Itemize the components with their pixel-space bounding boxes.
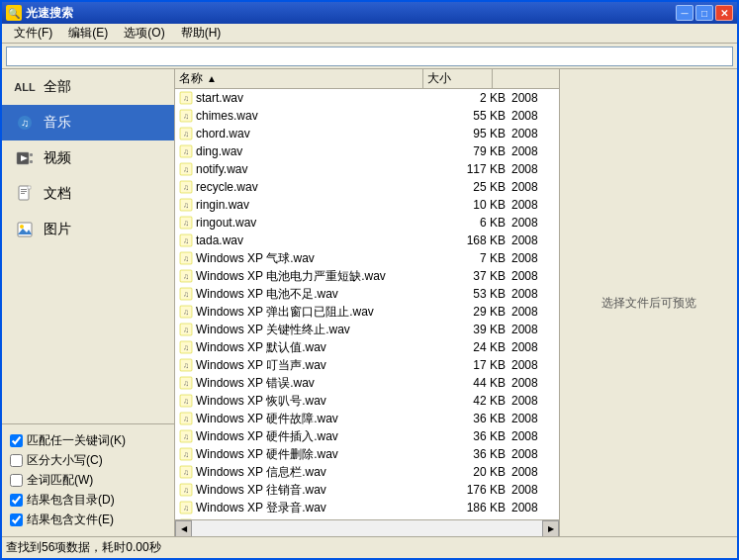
svg-text:♫: ♫ — [183, 130, 189, 139]
svg-text:♫: ♫ — [21, 117, 29, 129]
file-date-cell: 2008 — [509, 447, 559, 461]
checkbox-include-dirs-input[interactable] — [10, 494, 23, 507]
file-date-cell: 2008 — [509, 287, 559, 301]
file-icon: ♫ — [179, 376, 193, 390]
file-name: Windows XP 关键性终止.wav — [196, 322, 350, 338]
sidebar-item-all[interactable]: ALL 全部 — [2, 69, 174, 105]
menu-options[interactable]: 选项(O) — [116, 23, 172, 44]
table-row[interactable]: ♫ Windows XP 硬件故障.wav36 KB2008 — [175, 410, 559, 427]
table-row[interactable]: ♫ Windows XP 弹出窗口已阻止.wav29 KB2008 — [175, 303, 559, 321]
file-name-cell: ♫ Windows XP 硬件故障.wav — [175, 411, 440, 427]
svg-text:♫: ♫ — [183, 290, 189, 299]
file-name: Windows XP 往销音.wav — [196, 482, 326, 499]
table-row[interactable]: ♫ tada.wav168 KB2008 — [175, 232, 559, 249]
minimize-button[interactable]: ─ — [676, 5, 693, 21]
file-name-cell: ♫ Windows XP 叮当声.wav — [175, 357, 440, 374]
sidebar-label-all: 全部 — [44, 78, 71, 96]
table-row[interactable]: ♫ Windows XP 错误.wav44 KB2008 — [175, 374, 559, 392]
svg-text:♫: ♫ — [183, 415, 189, 423]
file-size-cell: 29 KB — [440, 305, 509, 319]
table-row[interactable]: ♫ chord.wav95 KB2008 — [175, 125, 559, 142]
checkbox-include-files-input[interactable] — [10, 513, 23, 526]
table-row[interactable]: ♫ recycle.wav25 KB2008 — [175, 178, 559, 196]
file-icon: ♫ — [179, 162, 193, 176]
table-row[interactable]: ♫ Windows XP 恢叭号.wav42 KB2008 — [175, 392, 559, 410]
menu-file[interactable]: 文件(F) — [6, 23, 60, 44]
menu-edit[interactable]: 编辑(E) — [60, 23, 116, 44]
close-button[interactable]: ✕ — [715, 5, 733, 21]
file-name-cell: ♫ ringout.wav — [175, 216, 440, 230]
main-window: 🔍 光速搜索 ─ □ ✕ 文件(F) 编辑(E) 选项(O) 帮助(H) ALL… — [0, 0, 739, 560]
file-date-cell: 2008 — [509, 269, 559, 283]
table-row[interactable]: ♫ Windows XP 往销音.wav176 KB2008 — [175, 481, 559, 499]
table-row[interactable]: ♫ Windows XP 气球.wav7 KB2008 — [175, 249, 559, 267]
checkbox-include-files: 结果包含文件(E) — [10, 512, 166, 528]
table-row[interactable]: ♫ Windows XP 登录音.wav186 KB2008 — [175, 499, 559, 516]
checkbox-any-keyword-input[interactable] — [10, 434, 23, 447]
file-date-cell: 2008 — [509, 323, 559, 336]
search-input[interactable] — [6, 47, 733, 66]
table-row[interactable]: ♫ Windows XP 叮当声.wav17 KB2008 — [175, 356, 559, 374]
file-date-cell: 2008 — [509, 483, 559, 497]
sidebar-item-video[interactable]: 视频 — [2, 140, 174, 176]
table-row[interactable]: ♫ Windows XP 默认值.wav24 KB2008 — [175, 338, 559, 356]
table-row[interactable]: ♫ ringin.wav10 KB2008 — [175, 196, 559, 214]
file-name: Windows XP 弹出窗口已阻止.wav — [196, 304, 374, 321]
file-icon: ♫ — [179, 91, 193, 105]
table-row[interactable]: ♫ Windows XP 电池电力严重短缺.wav37 KB2008 — [175, 267, 559, 285]
file-date-cell: 2008 — [509, 501, 559, 514]
svg-text:♫: ♫ — [183, 183, 189, 192]
file-icon: ♫ — [179, 180, 193, 194]
table-row[interactable]: ♫ ringout.wav6 KB2008 — [175, 214, 559, 232]
hscroll-left-button[interactable]: ◀ — [175, 520, 192, 537]
file-size-cell: 36 KB — [440, 412, 509, 425]
checkbox-case-sensitive-input[interactable] — [10, 454, 23, 467]
file-date-cell: 2008 — [509, 180, 559, 194]
sidebar-item-docs[interactable]: 文档 — [2, 176, 174, 212]
table-row[interactable]: ♫ Windows XP 关键性终止.wav39 KB2008 — [175, 321, 559, 338]
file-name: Windows XP 恢叭号.wav — [196, 393, 326, 410]
table-row[interactable]: ♫ Windows XP 硬件删除.wav36 KB2008 — [175, 445, 559, 463]
file-name-cell: ♫ Windows XP 电池不足.wav — [175, 286, 440, 303]
table-row[interactable]: ♫ notify.wav117 KB2008 — [175, 160, 559, 178]
checkbox-whole-word-label: 全词匹配(W) — [27, 472, 93, 489]
sort-arrow-name: ▲ — [207, 73, 217, 84]
file-size-cell: 10 KB — [440, 198, 509, 212]
svg-text:♫: ♫ — [183, 379, 189, 388]
table-row[interactable]: ♫ ding.wav79 KB2008 — [175, 142, 559, 160]
checkbox-include-dirs: 结果包含目录(D) — [10, 492, 166, 509]
file-size-cell: 176 KB — [440, 483, 509, 497]
checkbox-any-keyword-label: 匹配任一关键词(K) — [27, 432, 126, 449]
maximize-button[interactable]: □ — [695, 5, 713, 21]
col-header-name[interactable]: 名称 ▲ — [175, 69, 423, 88]
hscroll-right-button[interactable]: ▶ — [542, 520, 559, 537]
file-icon: ♫ — [179, 216, 193, 230]
file-name: Windows XP 电池不足.wav — [196, 286, 338, 303]
hscroll-track[interactable] — [192, 520, 542, 537]
title-bar-text: 🔍 光速搜索 — [6, 5, 73, 22]
sidebar-item-image[interactable]: 图片 — [2, 212, 174, 247]
sidebar-label-docs: 文档 — [44, 185, 71, 203]
sidebar: ALL 全部 ♫ 音乐 — [2, 69, 175, 536]
file-name-cell: ♫ Windows XP 关键性终止.wav — [175, 322, 440, 338]
docs-icon — [14, 183, 36, 205]
table-row[interactable]: ♫ chimes.wav55 KB2008 — [175, 107, 559, 125]
status-text: 查找到56项数据，耗时0.00秒 — [6, 539, 161, 556]
file-size-cell: 42 KB — [440, 394, 509, 408]
file-date-cell: 2008 — [509, 198, 559, 212]
table-row[interactable]: ♫ start.wav2 KB2008 — [175, 89, 559, 107]
menu-help[interactable]: 帮助(H) — [173, 23, 230, 44]
file-icon: ♫ — [179, 465, 193, 479]
table-row[interactable]: ♫ Windows XP 信息栏.wav20 KB2008 — [175, 463, 559, 481]
svg-point-12 — [20, 225, 24, 229]
file-name: notify.wav — [196, 162, 247, 176]
sidebar-options: 匹配任一关键词(K) 区分大小写(C) 全词匹配(W) 结果包含目录(D) 结果… — [2, 423, 174, 536]
table-row[interactable]: ♫ Windows XP 电池不足.wav53 KB2008 — [175, 285, 559, 303]
file-date-cell: 2008 — [509, 109, 559, 123]
sidebar-item-music[interactable]: ♫ 音乐 — [2, 105, 174, 140]
file-list-container[interactable]: ♫ start.wav2 KB2008 ♫ chimes.wav55 KB200… — [175, 89, 559, 519]
main-content: ALL 全部 ♫ 音乐 — [2, 69, 737, 536]
table-row[interactable]: ♫ Windows XP 硬件插入.wav36 KB2008 — [175, 427, 559, 445]
col-header-size[interactable]: 大小 — [423, 69, 493, 88]
checkbox-whole-word-input[interactable] — [10, 474, 23, 487]
